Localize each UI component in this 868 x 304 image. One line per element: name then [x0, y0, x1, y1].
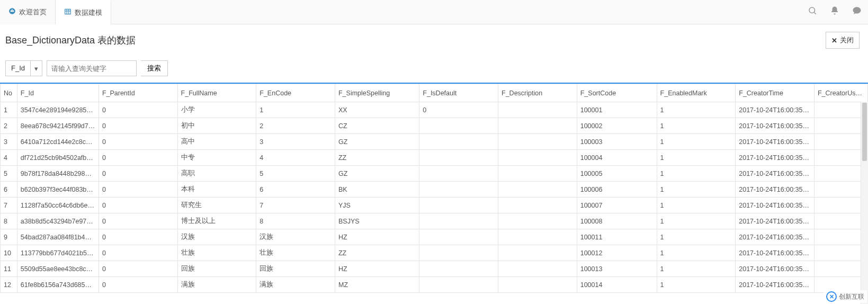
col-header-cuid[interactable]: F_CreatorUserId — [814, 84, 867, 102]
table-row[interactable]: 28eea678c942145f99d78780初中2CZ10000212017… — [1, 118, 868, 134]
cell-full: 高中 — [177, 134, 256, 150]
scrollbar-thumb[interactable] — [862, 103, 867, 161]
table-row[interactable]: 115509d55ae8ee43bc8c25ac0回族回族HZ100013120… — [1, 261, 868, 277]
cell-no: 11 — [1, 261, 17, 277]
table-row[interactable]: 36410a712cd144e2c8ce5e00高中3GZ10000312017… — [1, 134, 868, 150]
cell-desc — [498, 182, 577, 198]
cell-simp: BK — [335, 182, 419, 198]
cell-time: 2017-10-24T16:00:35.453 — [736, 166, 815, 182]
cell-id: 61fe8b6156a743d685d050 — [17, 277, 99, 293]
cell-simp: ZZ — [335, 150, 419, 166]
cell-pid: 0 — [99, 182, 177, 198]
table-row[interactable]: 10113779bb677d4021b54b100壮族壮族ZZ100012120… — [1, 245, 868, 261]
cell-def — [419, 166, 498, 182]
cell-sort: 100014 — [577, 277, 657, 293]
cell-pid: 0 — [99, 277, 177, 293]
cell-no: 2 — [1, 118, 17, 134]
cell-cuid — [814, 150, 867, 166]
table-header-row: No F_Id F_ParentId F_FullName F_EnCode F… — [1, 84, 868, 102]
cell-enab: 1 — [657, 277, 736, 293]
table-row[interactable]: 59b78f178da8448b298bc530高职5GZ10000512017… — [1, 166, 868, 182]
table-icon — [64, 8, 71, 17]
cell-no: 8 — [1, 213, 17, 229]
vertical-scrollbar[interactable] — [861, 102, 868, 304]
col-header-full[interactable]: F_FullName — [177, 84, 256, 102]
col-header-pid[interactable]: F_ParentId — [99, 84, 177, 102]
col-header-sort[interactable]: F_SortCode — [577, 84, 657, 102]
col-header-enab[interactable]: F_EnabledMark — [657, 84, 736, 102]
cell-desc — [498, 245, 577, 261]
cell-full: 博士及以上 — [177, 213, 256, 229]
cell-simp: ZZ — [335, 245, 419, 261]
cell-time: 2017-10-24T16:00:35.457 — [736, 198, 815, 213]
cell-no: 1 — [1, 102, 17, 118]
table-row[interactable]: 4df721d25cb9b4502afb4fe90中专4ZZ1000041201… — [1, 150, 868, 166]
close-label: 关闭 — [840, 35, 854, 45]
col-header-time[interactable]: F_CreatorTime — [736, 84, 815, 102]
cell-pid: 0 — [99, 134, 177, 150]
close-button[interactable]: ✕ 关闭 — [826, 32, 860, 49]
header-notifications-button[interactable] — [824, 0, 846, 24]
cell-simp: GZ — [335, 166, 419, 182]
chat-icon — [852, 6, 862, 18]
cell-full: 汉族 — [177, 229, 256, 245]
cell-desc — [498, 229, 577, 245]
search-button[interactable]: 搜索 — [141, 60, 168, 76]
filter-field-select[interactable]: F_Id ▾ — [5, 60, 42, 76]
filter-field-caret[interactable]: ▾ — [31, 60, 42, 76]
cell-def — [419, 277, 498, 293]
cell-enab: 1 — [657, 229, 736, 245]
svg-rect-0 — [65, 9, 71, 14]
table-row[interactable]: 13547c4e289194e92854fec0小学1XX01000011201… — [1, 102, 868, 118]
cell-en: 7 — [256, 198, 335, 213]
search-input[interactable] — [47, 60, 137, 76]
cell-simp: HZ — [335, 261, 419, 277]
cell-desc — [498, 277, 577, 293]
cell-enab: 1 — [657, 198, 736, 213]
header-search-button[interactable] — [801, 0, 824, 24]
table-row[interactable]: 6b620b397f3ec44f083b0df90本科6BK1000061201… — [1, 182, 868, 198]
cell-def — [419, 182, 498, 198]
cell-id: df721d25cb9b4502afb4fe9 — [17, 150, 99, 166]
svg-point-4 — [809, 7, 815, 13]
table-row[interactable]: 71128f7a50cc64c6db6eed460研究生7YJS10000712… — [1, 198, 868, 213]
cell-id: 9b78f178da8448b298bc53 — [17, 166, 99, 182]
cell-enab: 1 — [657, 118, 736, 134]
col-header-id[interactable]: F_Id — [17, 84, 99, 102]
header-chat-button[interactable] — [846, 0, 868, 24]
cell-no: 6 — [1, 182, 17, 198]
cell-desc — [498, 134, 577, 150]
table-row[interactable]: 8a38b8d5c43294b7e97c04c0博士及以上8BSJYS10000… — [1, 213, 868, 229]
tab-data-model[interactable]: 数据建模 — [56, 0, 111, 24]
dashboard-icon — [8, 7, 16, 16]
cell-simp: HZ — [335, 229, 419, 245]
col-header-def[interactable]: F_IsDefault — [419, 84, 498, 102]
table-row[interactable]: 1261fe8b6156a743d685d0500满族满族MZ100014120… — [1, 277, 868, 293]
cell-time: 2017-10-24T16:00:35.463 — [736, 245, 815, 261]
cell-def — [419, 134, 498, 150]
tab-welcome[interactable]: 欢迎首页 — [0, 0, 56, 24]
cell-desc — [498, 150, 577, 166]
cell-full: 壮族 — [177, 245, 256, 261]
cell-en: 5 — [256, 166, 335, 182]
table-row[interactable]: 954bad287aa084f81b40c6b0汉族汉族HZ1000111201… — [1, 229, 868, 245]
cell-pid: 0 — [99, 166, 177, 182]
cell-full: 满族 — [177, 277, 256, 293]
cell-en: 满族 — [256, 277, 335, 293]
cell-no: 9 — [1, 229, 17, 245]
cell-id: 8eea678c942145f99d7878 — [17, 118, 99, 134]
col-header-desc[interactable]: F_Description — [498, 84, 577, 102]
cell-enab: 1 — [657, 213, 736, 229]
cell-id: 54bad287aa084f81b40c6b — [17, 229, 99, 245]
cell-cuid — [814, 182, 867, 198]
col-header-no[interactable]: No — [1, 84, 17, 102]
data-table: No F_Id F_ParentId F_FullName F_EnCode F… — [0, 84, 868, 293]
cell-no: 7 — [1, 198, 17, 213]
filter-row: F_Id ▾ 搜索 — [0, 56, 868, 83]
col-header-en[interactable]: F_EnCode — [256, 84, 335, 102]
cell-sort: 100006 — [577, 182, 657, 198]
cell-full: 中专 — [177, 150, 256, 166]
col-header-simp[interactable]: F_SimpleSpelling — [335, 84, 419, 102]
cell-pid: 0 — [99, 118, 177, 134]
cell-en: 8 — [256, 213, 335, 229]
